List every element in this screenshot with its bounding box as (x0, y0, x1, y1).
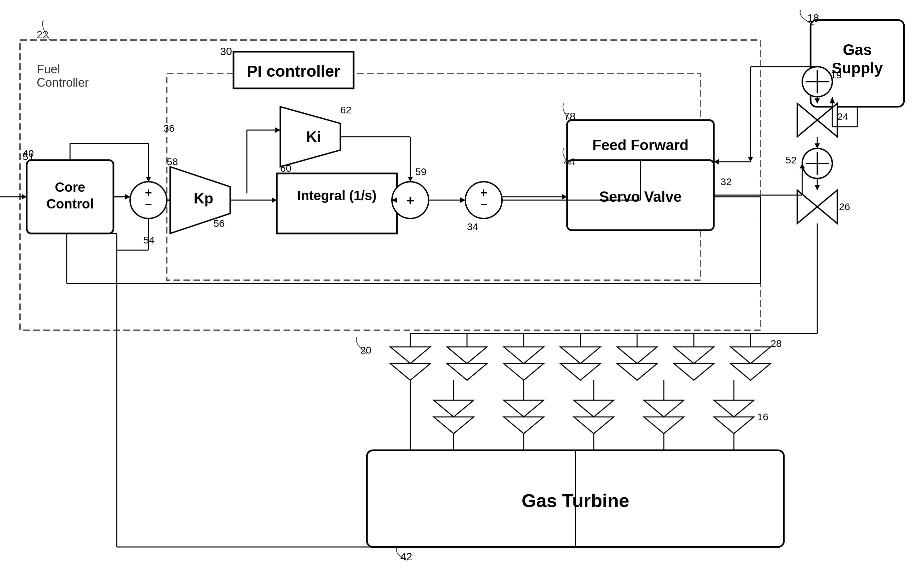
ref-40: 40 (23, 148, 34, 159)
svg-text:Controller: Controller (37, 76, 89, 89)
feed-forward-label: Feed Forward (592, 137, 689, 153)
ref-16: 16 (757, 411, 768, 422)
ref-59: 59 (415, 166, 426, 177)
ref-26: 26 (839, 201, 850, 212)
ref-30: 30 (220, 45, 232, 57)
gas-supply-label: Gas (843, 41, 872, 58)
ref-42: 42 (400, 551, 412, 562)
ref-58: 58 (167, 156, 178, 167)
ref-36: 36 (163, 123, 174, 134)
ref-52: 52 (785, 155, 797, 165)
ref-34: 34 (467, 221, 478, 232)
core-control-label: Core (55, 180, 85, 195)
diagram-svg: Fuel Controller 22 Gas Supply 18 Core Co… (0, 0, 924, 577)
ref-78: 78 (564, 110, 576, 122)
ref-19: 19 (830, 69, 842, 81)
integral-label: Integral (1/s) (297, 188, 377, 203)
ki-label: Ki (306, 128, 321, 145)
ref-44: 44 (564, 156, 575, 167)
ref-60: 60 (280, 163, 291, 174)
kp-label: Kp (194, 190, 213, 206)
ref-28: 28 (771, 338, 782, 349)
pi-controller-label: PI controller (247, 62, 340, 80)
ref-62: 62 (340, 105, 351, 115)
svg-text:−: − (145, 197, 152, 211)
svg-text:Control: Control (46, 197, 94, 211)
ref-24: 24 (837, 111, 848, 122)
diagram-container: Fuel Controller 22 Gas Supply 18 Core Co… (0, 0, 924, 577)
ref-54: 54 (144, 234, 155, 245)
svg-text:−: − (480, 197, 487, 211)
fuel-controller-label: Fuel (37, 62, 60, 76)
ref-20: 20 (360, 345, 371, 356)
svg-text:+: + (406, 192, 414, 208)
svg-rect-11 (277, 173, 397, 234)
ref-56: 56 (213, 218, 224, 229)
ref-32: 32 (721, 176, 732, 187)
